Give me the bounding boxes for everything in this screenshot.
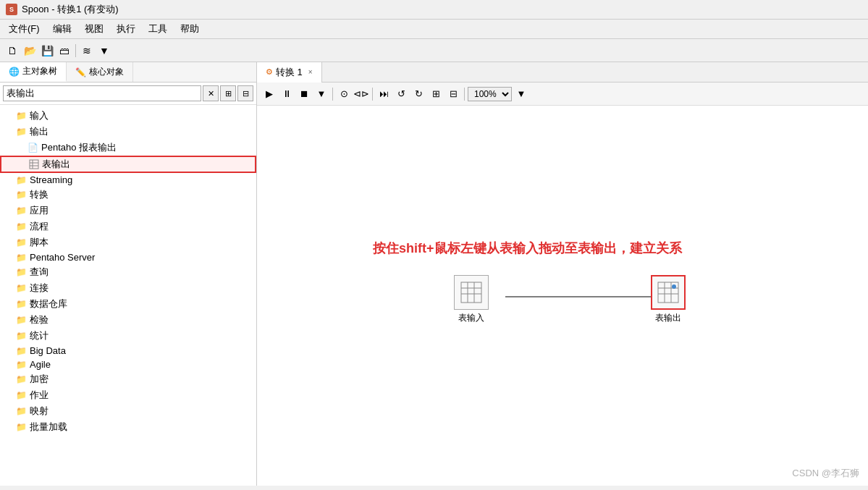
tree-item-warehouse[interactable]: 📁数据仓库: [0, 296, 256, 312]
tree-item-bulk[interactable]: 📁批量加载: [0, 419, 256, 435]
stop-btn[interactable]: ⏹: [296, 86, 312, 102]
search-input[interactable]: [3, 85, 201, 101]
pause-btn[interactable]: ⏸: [279, 86, 295, 102]
menu-item-[interactable]: 帮助: [174, 21, 205, 37]
folder-icon-warehouse: 📁: [16, 299, 27, 309]
tree-item-flow[interactable]: 📁流程: [0, 219, 256, 235]
canvas-tab-transform1[interactable]: ⚙ 转换 1 ×: [257, 62, 322, 83]
folder-icon-streaming: 📁: [16, 175, 27, 185]
new-btn[interactable]: 🗋: [4, 43, 20, 59]
tree-item-agile[interactable]: 📁Agile: [0, 358, 256, 371]
tree-item-encrypt[interactable]: 📁加密: [0, 371, 256, 387]
tree-item-mapping[interactable]: 📁映射: [0, 403, 256, 419]
folder-icon-encrypt: 📁: [16, 374, 27, 384]
tree-item-output[interactable]: 📁输出: [0, 124, 256, 140]
folder-icon-input: 📁: [16, 111, 27, 121]
run-btn[interactable]: ▶: [261, 86, 277, 102]
main-tree-icon: 🌐: [9, 67, 20, 77]
tree-label-app: 应用: [30, 204, 49, 217]
panel-tabs: 🌐 主对象树 ✏️ 核心对象: [0, 62, 256, 83]
menu-item-F[interactable]: 文件(F): [3, 21, 46, 37]
tree-item-pentaho-server[interactable]: 📁Pentaho Server: [0, 250, 256, 264]
search-expand-btn[interactable]: ⊞: [220, 85, 236, 101]
node-table-input[interactable]: 表输入: [454, 275, 489, 324]
node-table-output[interactable]: 表输出: [651, 275, 686, 324]
folder-icon-query: 📁: [16, 267, 27, 277]
tree-item-pentaho-report[interactable]: 📄Pentaho 报表输出: [0, 140, 256, 156]
folder-icon-job: 📁: [16, 390, 27, 400]
table-output-box: [651, 275, 686, 310]
folder-icon-script: 📁: [16, 237, 27, 248]
tree-item-job[interactable]: 📁作业: [0, 387, 256, 403]
folder-icon-pentaho-server: 📁: [16, 253, 27, 263]
watermark: CSDN @李石狮: [792, 467, 859, 480]
menu-item-[interactable]: 视图: [79, 21, 109, 37]
open-btn[interactable]: 📂: [22, 43, 38, 59]
redo-btn[interactable]: ↻: [410, 86, 426, 102]
undo-btn[interactable]: ↺: [393, 86, 409, 102]
tree-item-bigdata[interactable]: 📁Big Data: [0, 344, 256, 358]
main-area: 🌐 主对象树 ✏️ 核心对象 ✕ ⊞ ⊟ 📁输入📁输出📄Pentaho 报表输出: [0, 62, 868, 486]
dropdown-btn[interactable]: ▼: [96, 43, 112, 59]
run-options-btn[interactable]: ▼: [313, 86, 329, 102]
core-obj-icon: ✏️: [75, 67, 86, 77]
tree-label-agile: Agile: [30, 359, 51, 370]
table-input-box: [454, 275, 489, 310]
folder-icon-output: 📁: [16, 127, 27, 137]
tree-item-table-output[interactable]: 表输出: [0, 156, 256, 173]
canvas-sep-1: [332, 88, 333, 101]
menu-item-[interactable]: 工具: [143, 21, 173, 37]
tree-label-encrypt: 加密: [30, 373, 49, 386]
tree-item-input[interactable]: 📁输入: [0, 108, 256, 124]
canvas-tab-close[interactable]: ×: [308, 68, 313, 76]
tree-label-mapping: 映射: [30, 405, 49, 418]
svg-rect-0: [30, 160, 38, 169]
canvas-sep-3: [464, 88, 465, 101]
folder-icon-connect: 📁: [16, 283, 27, 293]
zoom-select[interactable]: 100% 75% 125% 150% 200%: [468, 87, 512, 101]
tree-item-transform[interactable]: 📁转换: [0, 187, 256, 203]
file-icon-pentaho-report: 📄: [28, 143, 38, 153]
fast-forward-btn[interactable]: ⏭: [376, 86, 392, 102]
saveas-btn[interactable]: 🗃: [56, 43, 72, 59]
table-input-label: 表输入: [458, 312, 484, 324]
main-tree-label: 主对象树: [22, 65, 57, 77]
window-title: Spoon - 转换1 (有变动): [22, 3, 119, 16]
step-btn[interactable]: ⊲⊳: [353, 86, 369, 102]
tree-item-script[interactable]: 📁脚本: [0, 235, 256, 250]
distribute-btn[interactable]: ⊟: [445, 86, 461, 102]
tree-item-connect[interactable]: 📁连接: [0, 280, 256, 296]
tree-item-verify[interactable]: 📁检验: [0, 312, 256, 328]
menu-item-[interactable]: 编辑: [47, 21, 77, 37]
search-collapse-btn[interactable]: ⊟: [237, 85, 253, 101]
tree-label-connect: 连接: [30, 282, 49, 295]
toolbar-sep-1: [75, 44, 76, 57]
table-output-label: 表输出: [655, 312, 681, 324]
layers-btn[interactable]: ≋: [79, 43, 95, 59]
align-btn[interactable]: ⊞: [428, 86, 444, 102]
search-clear-btn[interactable]: ✕: [203, 85, 219, 101]
tab-core-objects[interactable]: ✏️ 核心对象: [67, 62, 133, 82]
tree-item-app[interactable]: 📁应用: [0, 203, 256, 219]
table-icon-table-output: [29, 159, 39, 170]
menu-item-[interactable]: 执行: [111, 21, 141, 37]
table-output-icon: [657, 281, 680, 304]
tree-label-warehouse: 数据仓库: [30, 297, 67, 311]
tab-main-tree[interactable]: 🌐 主对象树: [0, 62, 67, 82]
canvas-tab-icon: ⚙: [266, 67, 273, 77]
tree-item-query[interactable]: 📁查询: [0, 264, 256, 280]
tree-item-streaming[interactable]: 📁Streaming: [0, 173, 256, 187]
folder-icon-mapping: 📁: [16, 406, 27, 416]
tree-label-script: 脚本: [30, 236, 49, 249]
zoom-dropdown-btn[interactable]: ▼: [513, 86, 529, 102]
folder-icon-app: 📁: [16, 206, 27, 216]
tree-label-job: 作业: [30, 389, 49, 402]
tree-label-bigdata: Big Data: [30, 345, 66, 356]
annotation-text: 按住shift+鼠标左键从表输入拖动至表输出，建立关系: [373, 240, 682, 257]
main-toolbar: 🗋 📂 💾 🗃 ≋ ▼: [0, 39, 868, 62]
canvas-tab-label: 转换 1: [276, 66, 303, 79]
save-btn[interactable]: 💾: [39, 43, 55, 59]
tree-item-stats[interactable]: 📁统计: [0, 328, 256, 344]
preview-btn[interactable]: ⊙: [336, 86, 352, 102]
tree-label-output: 输出: [30, 125, 49, 138]
